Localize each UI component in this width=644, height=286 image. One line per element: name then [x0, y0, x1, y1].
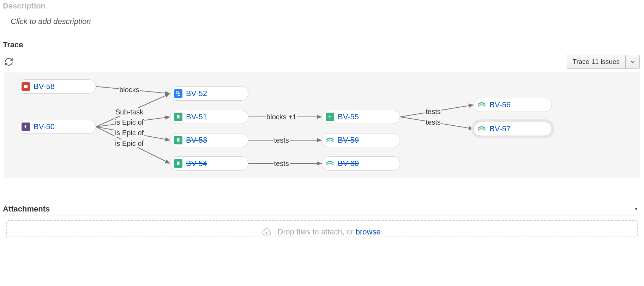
issue-node-bv-58[interactable]: BV-58	[18, 79, 96, 94]
description-section-header: Description	[3, 0, 641, 12]
issue-node-bv-57[interactable]: BV-57	[474, 122, 552, 136]
svg-rect-10	[176, 92, 179, 94]
feature-type-icon	[326, 113, 334, 121]
issue-node-bv-50[interactable]: BV-50	[18, 120, 96, 134]
issue-key: BV-53	[186, 136, 207, 145]
sub-type-icon	[174, 89, 182, 98]
test-type-icon	[477, 125, 486, 133]
issue-node-bv-55[interactable]: BV-55	[322, 110, 400, 124]
issue-key: BV-50	[34, 122, 55, 131]
issue-key: BV-52	[186, 89, 207, 98]
edge-label: tests	[425, 107, 441, 115]
edge-label: blocks	[119, 86, 140, 94]
test-type-icon	[326, 159, 334, 168]
issue-key: BV-56	[489, 100, 511, 109]
edge-label: tests	[425, 118, 441, 126]
attachments-dropzone[interactable]: Drop files to attach, or browse.	[6, 220, 638, 237]
trace-issues-button[interactable]: Trace 11 issues	[567, 55, 626, 69]
refresh-icon[interactable]	[4, 57, 13, 66]
issue-node-bv-51[interactable]: BV-51	[170, 110, 248, 124]
epic-type-icon	[22, 123, 30, 131]
svg-line-1	[96, 94, 170, 127]
issue-key: BV-58	[34, 82, 55, 91]
issue-node-bv-53[interactable]: BV-53	[170, 133, 248, 147]
story-type-icon	[174, 159, 182, 168]
attachments-section-header: Attachments	[3, 203, 50, 215]
issue-key: BV-60	[338, 159, 359, 168]
svg-line-3	[96, 127, 170, 140]
story-type-icon	[174, 136, 182, 144]
edge-label: tests	[273, 160, 289, 168]
edge-label: is Epic of	[114, 118, 144, 126]
svg-rect-11	[178, 93, 180, 95]
description-placeholder[interactable]: Click to add description	[3, 12, 641, 39]
trace-section-header: Trace	[3, 39, 641, 51]
edge-label: is Epic of	[114, 129, 144, 137]
svg-line-4	[96, 127, 170, 163]
svg-line-2	[96, 117, 170, 127]
issue-node-bv-52[interactable]: BV-52	[170, 87, 248, 101]
blocker-type-icon	[22, 82, 30, 91]
edge-label: tests	[273, 136, 289, 144]
edge-label: is Epic of	[114, 139, 144, 147]
issue-node-bv-59[interactable]: BV-59	[322, 133, 400, 147]
browse-link[interactable]: browse	[356, 227, 381, 236]
caret-down-icon	[631, 60, 635, 64]
issue-key: BV-55	[338, 112, 359, 121]
trace-issues-dropdown[interactable]	[626, 55, 640, 69]
test-type-icon	[326, 136, 334, 144]
issue-node-bv-60[interactable]: BV-60	[322, 156, 400, 171]
dropzone-text-prefix: Drop files to attach, or	[277, 227, 355, 236]
edge-label: Sub-task	[115, 108, 144, 116]
issue-key: BV-51	[186, 112, 207, 121]
dropzone-text-suffix: .	[381, 227, 383, 236]
attachments-toggle-icon[interactable]: ▼	[634, 207, 641, 211]
svg-line-0	[96, 87, 170, 94]
issue-key: BV-54	[186, 159, 207, 168]
cloud-upload-icon	[261, 228, 272, 237]
issue-key: BV-59	[338, 136, 359, 145]
test-type-icon	[477, 101, 486, 109]
issue-node-bv-54[interactable]: BV-54	[170, 156, 248, 171]
issue-node-bv-56[interactable]: BV-56	[474, 98, 552, 112]
svg-line-8	[400, 105, 474, 117]
trace-canvas[interactable]: BV-58BV-50BV-52BV-51BV-53BV-54BV-55BV-59…	[4, 72, 640, 178]
edge-label: blocks +1	[266, 113, 297, 121]
story-type-icon	[174, 113, 182, 121]
svg-line-9	[400, 117, 474, 129]
issue-key: BV-57	[489, 124, 511, 133]
